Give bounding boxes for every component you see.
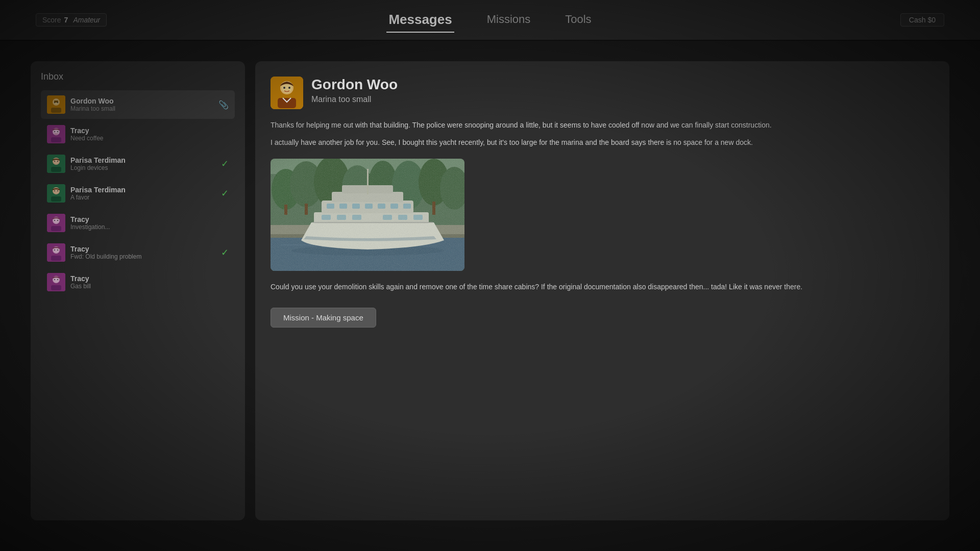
svg-point-42 [57, 279, 58, 280]
message-sender-tracy-1: Tracy [70, 127, 229, 135]
message-sender-tracy-2: Tracy [70, 215, 229, 223]
svg-rect-33 [51, 256, 61, 261]
message-subject-tracy-3: Fwd: Old building problem [70, 253, 216, 260]
svg-rect-27 [51, 226, 61, 231]
svg-point-17 [54, 161, 55, 162]
main-content: Inbox Gordon Woo Ma [0, 51, 980, 531]
svg-rect-93 [271, 159, 464, 271]
svg-rect-2 [51, 108, 61, 113]
message-info-parisa-1: Parisa Terdiman Login devices [70, 156, 216, 171]
message-item-gordon-1[interactable]: Gordon Woo Marina too small 📎 [41, 90, 235, 119]
nav-tabs: Messages Missions Tools [386, 8, 593, 33]
tab-messages[interactable]: Messages [386, 8, 454, 33]
topbar: Score 7 Amateur Messages Missions Tools … [0, 0, 980, 41]
message-sender-parisa-2: Parisa Terdiman [70, 186, 216, 194]
detail-body-p1: Thanks for helping me out with that buil… [271, 119, 934, 131]
tab-tools[interactable]: Tools [563, 9, 593, 31]
message-item-parisa-1[interactable]: Parisa Terdiman Login devices ✓ [41, 149, 235, 178]
detail-subject: Marina too small [311, 95, 398, 104]
message-subject-tracy-1: Need coffee [70, 135, 229, 142]
svg-rect-9 [51, 137, 61, 142]
svg-point-23 [54, 190, 55, 191]
avatar-tracy-4 [47, 273, 65, 291]
svg-point-18 [57, 161, 58, 162]
detail-yacht-image [271, 159, 464, 271]
message-subject-tracy-4: Gas bill [70, 283, 229, 290]
detail-sender-info: Gordon Woo Marina too small [311, 77, 398, 104]
detail-avatar [271, 77, 303, 109]
message-info-gordon-1: Gordon Woo Marina too small [70, 97, 213, 112]
avatar-tracy-3 [47, 243, 65, 262]
avatar-gordon-1 [47, 95, 65, 114]
svg-point-46 [283, 87, 285, 89]
message-sender-tracy-4: Tracy [70, 274, 229, 283]
message-item-tracy-1[interactable]: Tracy Need coffee [41, 120, 235, 148]
svg-point-5 [54, 102, 55, 103]
detail-body-p3: Could you use your demolition skills aga… [271, 281, 934, 292]
message-info-parisa-2: Parisa Terdiman A favor [70, 186, 216, 201]
tab-missions[interactable]: Missions [485, 9, 533, 31]
svg-point-12 [57, 131, 58, 132]
svg-point-30 [57, 220, 58, 221]
check-icon-parisa-2: ✓ [221, 188, 229, 199]
svg-point-11 [54, 131, 55, 132]
avatar-parisa-2 [47, 184, 65, 203]
message-item-tracy-2[interactable]: Tracy Investigation... [41, 209, 235, 237]
svg-rect-15 [51, 167, 61, 172]
message-sender-parisa-1: Parisa Terdiman [70, 156, 216, 164]
svg-point-47 [288, 87, 290, 89]
inbox-panel: Inbox Gordon Woo Ma [31, 61, 245, 520]
message-info-tracy-3: Tracy Fwd: Old building problem [70, 245, 216, 260]
svg-point-24 [57, 190, 58, 191]
check-icon-parisa-1: ✓ [221, 158, 229, 169]
detail-body: Thanks for helping me out with that buil… [271, 119, 934, 148]
message-info-tracy-2: Tracy Investigation... [70, 215, 229, 231]
mission-button[interactable]: Mission - Making space [271, 308, 376, 328]
svg-point-36 [57, 249, 58, 251]
message-subject-gordon-1: Marina too small [70, 105, 213, 112]
attachment-icon-gordon-1: 📎 [218, 100, 229, 110]
inbox-title: Inbox [41, 71, 235, 82]
avatar-parisa-1 [47, 155, 65, 173]
svg-point-41 [54, 279, 55, 280]
avatar-tracy-2 [47, 214, 65, 232]
avatar-tracy-1 [47, 125, 65, 143]
message-info-tracy-4: Tracy Gas bill [70, 274, 229, 290]
svg-rect-39 [51, 285, 61, 290]
message-item-tracy-4[interactable]: Tracy Gas bill [41, 268, 235, 296]
message-subject-parisa-1: Login devices [70, 164, 216, 171]
check-icon-tracy-3: ✓ [221, 247, 229, 258]
detail-body-2: Could you use your demolition skills aga… [271, 281, 934, 292]
message-item-parisa-2[interactable]: Parisa Terdiman A favor ✓ [41, 179, 235, 208]
score-label: Score [42, 16, 61, 24]
detail-panel: Gordon Woo Marina too small Thanks for h… [255, 61, 949, 520]
svg-rect-48 [278, 98, 296, 108]
svg-rect-21 [51, 196, 61, 202]
message-sender-tracy-3: Tracy [70, 245, 216, 253]
cash-badge: Cash $0 [900, 13, 944, 27]
score-badge: Score 7 Amateur [36, 13, 107, 27]
detail-body-p2: I actually have another job for you. See… [271, 137, 934, 148]
score-rank: Amateur [73, 16, 100, 24]
message-item-tracy-3[interactable]: Tracy Fwd: Old building problem ✓ [41, 238, 235, 267]
detail-header: Gordon Woo Marina too small [271, 77, 934, 109]
detail-sender-name: Gordon Woo [311, 77, 398, 93]
message-info-tracy-1: Tracy Need coffee [70, 127, 229, 142]
svg-point-6 [57, 102, 58, 103]
message-subject-tracy-2: Investigation... [70, 223, 229, 231]
svg-point-35 [54, 249, 55, 251]
message-sender-gordon-1: Gordon Woo [70, 97, 213, 105]
svg-point-29 [54, 220, 55, 221]
message-subject-parisa-2: A favor [70, 194, 216, 201]
message-list: Gordon Woo Marina too small 📎 [41, 90, 235, 296]
score-value: 7 [64, 16, 68, 24]
